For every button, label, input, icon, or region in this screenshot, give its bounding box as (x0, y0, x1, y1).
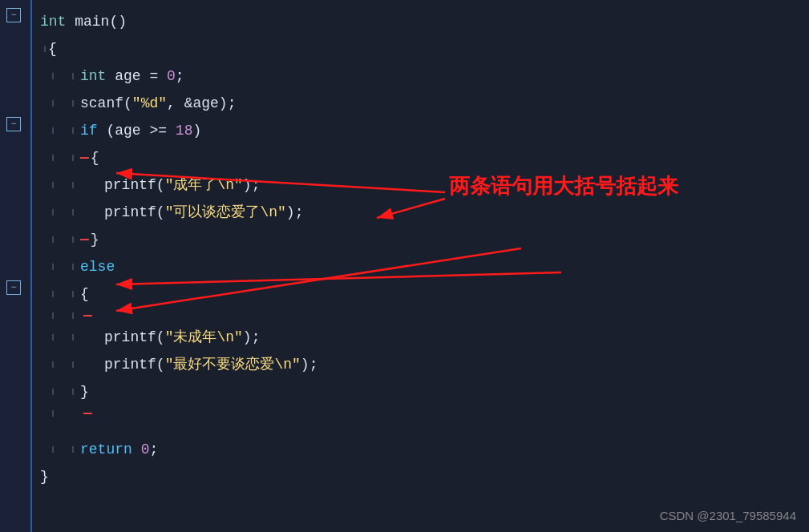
code-line-3: int age = 0; (40, 62, 809, 90)
code-line-1: int main() (40, 8, 809, 35)
code-line-14b: — (40, 405, 809, 421)
code-line-2: { (40, 35, 809, 62)
code-line-11: { (40, 280, 809, 308)
code-line-11b: — (40, 308, 809, 324)
code-line-15 (40, 421, 809, 436)
code-line-10: else (40, 253, 809, 280)
watermark: CSDN @2301_79585944 (660, 509, 796, 522)
code-line-7: printf("成年了\n"); (40, 171, 809, 199)
fold-indicator-if[interactable]: − (6, 117, 21, 131)
annotation-text: 两条语句用大括号括起来 (449, 172, 678, 200)
left-gutter (0, 0, 32, 532)
code-line-16: return 0; (40, 436, 809, 463)
code-line-4: scanf("%d", &age); (40, 90, 809, 117)
code-line-9: — } (40, 226, 809, 253)
code-line-14: } (40, 378, 809, 405)
editor-container: − − − int main() { int age = 0; scanf("%… (0, 0, 809, 532)
code-line-13: printf("最好不要谈恋爱\n"); (40, 351, 809, 378)
code-line-12: printf("未成年\n"); (40, 324, 809, 351)
code-line-17: } (40, 463, 809, 490)
code-line-8: printf("可以谈恋爱了\n"); (40, 199, 809, 226)
fold-indicator-main[interactable]: − (6, 8, 21, 22)
code-area: int main() { int age = 0; scanf("%d", &a… (32, 0, 809, 532)
code-line-6: — { (40, 144, 809, 171)
code-line-5: if (age >= 18) (40, 117, 809, 144)
fold-indicator-else[interactable]: − (6, 280, 21, 295)
